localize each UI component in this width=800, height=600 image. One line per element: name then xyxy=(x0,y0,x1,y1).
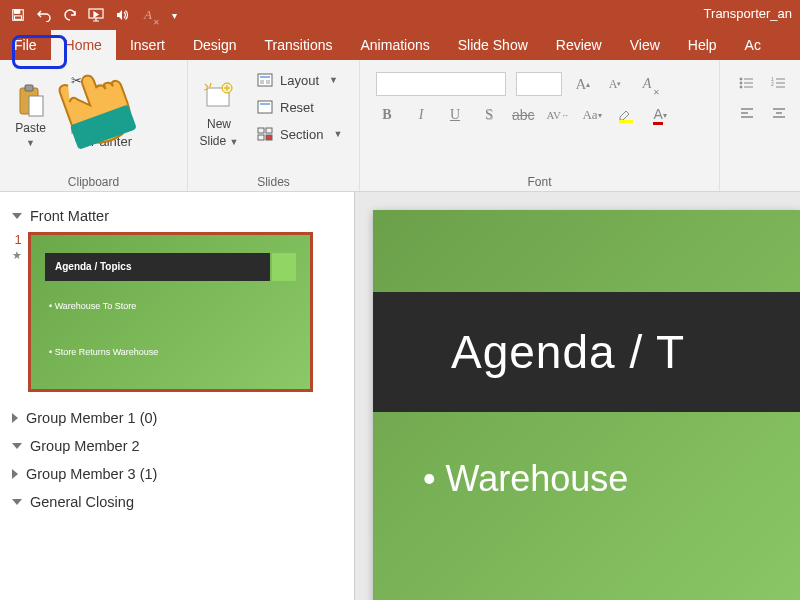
copy-button[interactable] xyxy=(61,95,181,119)
font-group-label: Font xyxy=(366,173,713,189)
format-painter-button[interactable]: Format Painter xyxy=(61,122,181,146)
cut-button[interactable]: ✂ Cut xyxy=(61,68,181,92)
section-icon xyxy=(256,125,274,143)
layout-button[interactable]: Layout▼ xyxy=(250,68,348,92)
font-color-button[interactable]: A▾ xyxy=(649,104,671,126)
tab-slideshow[interactable]: Slide Show xyxy=(444,30,542,60)
reset-button[interactable]: Reset xyxy=(250,95,348,119)
svg-rect-22 xyxy=(258,135,264,140)
svg-rect-10 xyxy=(72,127,80,133)
group-clipboard: Paste ▼ ✂ Cut Format Painter Clipboard xyxy=(0,60,188,191)
section-label: Section xyxy=(280,127,323,142)
slide-editor[interactable]: Agenda / T • Warehouse xyxy=(355,192,800,600)
align-center-button[interactable] xyxy=(768,102,790,124)
section-general-closing[interactable]: General Closing xyxy=(10,488,348,516)
section-gm3[interactable]: Group Member 3 (1) xyxy=(10,460,348,488)
thumb-bullet-1: • Warehouse To Store xyxy=(49,301,136,311)
copy-icon xyxy=(67,98,85,116)
numbering-button[interactable]: 12 xyxy=(768,72,790,94)
tab-help[interactable]: Help xyxy=(674,30,731,60)
svg-rect-18 xyxy=(258,101,272,113)
save-icon[interactable] xyxy=(5,2,31,28)
reset-icon xyxy=(256,98,274,116)
document-title: Transporter_an xyxy=(704,6,792,21)
slide-canvas[interactable]: Agenda / T • Warehouse xyxy=(373,210,800,600)
layout-label: Layout xyxy=(280,73,319,88)
slide-number: 1 xyxy=(12,232,21,247)
section-label: Group Member 2 xyxy=(30,438,140,454)
section-gm2[interactable]: Group Member 2 xyxy=(10,432,348,460)
highlight-button[interactable] xyxy=(615,104,637,126)
tab-design[interactable]: Design xyxy=(179,30,251,60)
group-paragraph: 12 xyxy=(720,60,800,191)
increase-font-icon[interactable]: A▴ xyxy=(572,73,594,95)
paste-icon xyxy=(14,84,48,118)
svg-rect-19 xyxy=(260,103,270,105)
sound-icon[interactable] xyxy=(109,2,135,28)
svg-point-26 xyxy=(740,82,742,84)
new-slide-label2: Slide xyxy=(200,134,227,148)
section-label: General Closing xyxy=(30,494,134,510)
slideshow-start-icon[interactable] xyxy=(83,2,109,28)
thumb-bullet-2: • Store Returns Warehouse xyxy=(49,347,158,357)
format-painter-label: Format Painter xyxy=(91,119,175,149)
align-left-button[interactable] xyxy=(736,102,758,124)
shadow-button[interactable]: S xyxy=(478,104,500,126)
change-case-button[interactable]: Aa▾ xyxy=(581,104,603,126)
bold-button[interactable]: B xyxy=(376,104,398,126)
redo-icon[interactable] xyxy=(57,2,83,28)
new-slide-icon xyxy=(202,80,236,114)
underline-button[interactable]: U xyxy=(444,104,466,126)
tab-transitions[interactable]: Transitions xyxy=(251,30,347,60)
chevron-down-icon xyxy=(12,499,22,505)
svg-rect-24 xyxy=(619,120,633,123)
qat-customize-icon[interactable]: ▾ xyxy=(161,2,187,28)
paste-label: Paste xyxy=(15,121,46,135)
decrease-font-icon[interactable]: A▾ xyxy=(604,73,626,95)
chevron-down-icon: ▼ xyxy=(333,129,342,139)
tab-view[interactable]: View xyxy=(616,30,674,60)
svg-rect-15 xyxy=(260,76,270,78)
file-tab-highlight xyxy=(12,35,67,69)
font-size-select[interactable] xyxy=(516,72,562,96)
italic-button[interactable]: I xyxy=(410,104,432,126)
undo-icon[interactable] xyxy=(31,2,57,28)
char-spacing-button[interactable]: AV↔ xyxy=(547,104,569,126)
scissors-icon: ✂ xyxy=(67,71,85,89)
svg-rect-6 xyxy=(25,85,33,91)
group-font: A▴ A▾ A✕ B I U S abc AV↔ Aa▾ A▾ Font xyxy=(360,60,720,191)
section-label: Group Member 3 (1) xyxy=(26,466,157,482)
chevron-down-icon xyxy=(12,443,22,449)
slide-thumbnail-1[interactable]: Agenda / Topics • Warehouse To Store • S… xyxy=(28,232,313,392)
svg-rect-16 xyxy=(260,80,264,84)
thumb-title: Agenda / Topics xyxy=(45,253,270,281)
chevron-down-icon: ▼ xyxy=(230,137,239,147)
svg-point-27 xyxy=(740,86,742,88)
slides-group-label: Slides xyxy=(194,173,353,189)
clear-format-icon-disabled: A✕ xyxy=(135,2,161,28)
tab-animations[interactable]: Animations xyxy=(346,30,443,60)
slide-title[interactable]: Agenda / T xyxy=(373,292,800,412)
font-name-select[interactable] xyxy=(376,72,506,96)
section-front-matter[interactable]: Front Matter xyxy=(10,202,348,230)
outline-pane[interactable]: Front Matter 1 ★ Agenda / Topics • Wareh… xyxy=(0,192,355,600)
paste-button[interactable]: Paste ▼ xyxy=(6,64,55,152)
chevron-right-icon xyxy=(12,469,18,479)
title-bar: A✕ ▾ Transporter_an xyxy=(0,0,800,30)
strike-button[interactable]: abc xyxy=(512,104,535,126)
tab-insert[interactable]: Insert xyxy=(116,30,179,60)
bullets-button[interactable] xyxy=(736,72,758,94)
slide-bullet-1[interactable]: • Warehouse xyxy=(423,458,628,500)
svg-rect-1 xyxy=(15,10,20,14)
section-gm1[interactable]: Group Member 1 (0) xyxy=(10,404,348,432)
clear-format-icon[interactable]: A✕ xyxy=(636,73,658,95)
section-label: Group Member 1 (0) xyxy=(26,410,157,426)
section-button[interactable]: Section▼ xyxy=(250,122,348,146)
new-slide-button[interactable]: New Slide ▼ xyxy=(194,64,244,152)
svg-rect-7 xyxy=(29,96,43,116)
svg-rect-17 xyxy=(266,80,270,84)
tab-review[interactable]: Review xyxy=(542,30,616,60)
chevron-down-icon: ▼ xyxy=(329,75,338,85)
tab-acrobat[interactable]: Ac xyxy=(731,30,775,60)
ribbon: Paste ▼ ✂ Cut Format Painter Clipboard xyxy=(0,60,800,192)
